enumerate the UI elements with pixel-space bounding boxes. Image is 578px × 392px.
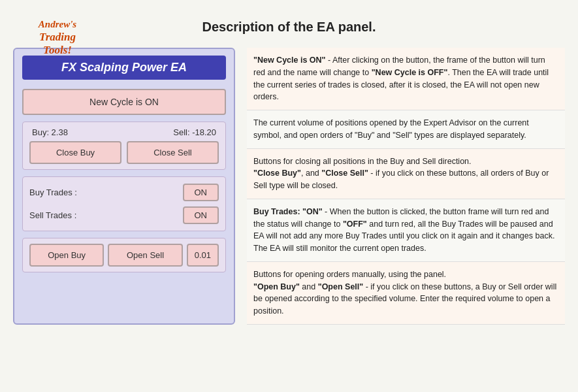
page-title: Description of the EA panel. <box>202 13 376 35</box>
close-sell-term: "Close Sell" <box>321 169 368 178</box>
close-sell-button[interactable]: Close Sell <box>127 141 219 164</box>
new-cycle-button[interactable]: New Cycle is ON <box>22 89 226 115</box>
buy-trades-on-term: Buy Trades: "ON" <box>253 207 323 216</box>
new-cycle-desc-text: "New Cycle is ON" - After clicking on th… <box>253 56 549 101</box>
sell-label: Sell: -18.20 <box>173 127 216 137</box>
open-description: Buttons for opening orders manually, usi… <box>247 262 565 325</box>
open-buy-button[interactable]: Open Buy <box>29 244 104 267</box>
close-description: Buttons for closing all positions in the… <box>247 149 565 199</box>
buy-trades-label: Buy Trades : <box>29 188 77 197</box>
ea-panel: FX Scalping Power EA New Cycle is ON Buy… <box>13 48 235 325</box>
logo: Andrew's Trading Tools! <box>20 13 95 63</box>
buy-sell-labels: Buy: 2.38 Sell: -18.20 <box>29 127 219 137</box>
svg-text:Trading: Trading <box>39 31 76 43</box>
buy-label: Buy: 2.38 <box>32 127 68 137</box>
open-section: Open Buy Open Sell 0.01 <box>22 238 226 272</box>
svg-text:Andrew's: Andrew's <box>38 19 77 29</box>
buy-trades-desc-text: Buy Trades: "ON" - When the button is cl… <box>253 207 554 253</box>
sell-trades-label: Sell Trades : <box>29 210 76 220</box>
trades-section: Buy Trades : ON Sell Trades : ON <box>22 176 226 231</box>
open-sell-term: "Open Sell" <box>318 282 364 291</box>
volume-description: The current volume of positions opened b… <box>247 110 565 149</box>
new-cycle-term: "New Cycle is ON" <box>253 56 326 65</box>
buy-trades-description: Buy Trades: "ON" - When the button is cl… <box>247 199 565 262</box>
buy-sell-buttons: Close Buy Close Sell <box>29 141 219 164</box>
buy-trades-row: Buy Trades : ON <box>29 184 219 201</box>
open-sell-button[interactable]: Open Sell <box>108 244 182 267</box>
buy-sell-section: Buy: 2.38 Sell: -18.20 Close Buy Close S… <box>22 122 226 170</box>
descriptions-panel: "New Cycle is ON" - After clicking on th… <box>247 48 565 325</box>
close-buy-term: "Close Buy" <box>253 169 301 178</box>
open-desc-text: Buttons for opening orders manually, usi… <box>253 270 556 316</box>
buy-trades-off-term: "OFF" <box>343 220 367 229</box>
volume-desc-text: The current volume of positions opened b… <box>253 118 529 140</box>
sell-trades-row: Sell Trades : ON <box>29 206 219 224</box>
volume-display[interactable]: 0.01 <box>187 244 219 267</box>
buy-trades-button[interactable]: ON <box>183 184 219 201</box>
close-desc-text: Buttons for closing all positions in the… <box>253 157 549 191</box>
close-buy-button[interactable]: Close Buy <box>29 141 121 164</box>
new-cycle-description: "New Cycle is ON" - After clicking on th… <box>247 48 565 110</box>
new-cycle-off-term: "New Cycle is OFF" <box>372 68 448 77</box>
open-buy-term: "Open Buy" <box>253 282 300 291</box>
svg-text:Tools!: Tools! <box>43 44 72 56</box>
sell-trades-button[interactable]: ON <box>183 206 219 224</box>
